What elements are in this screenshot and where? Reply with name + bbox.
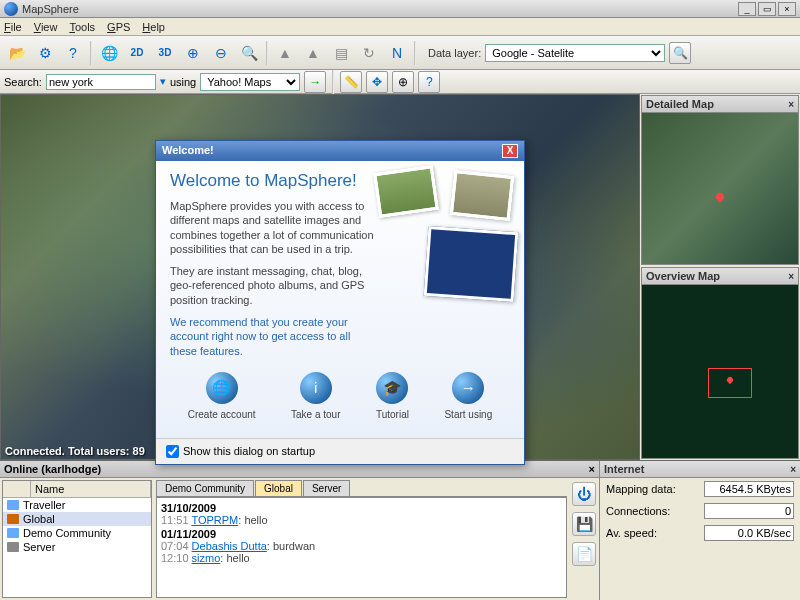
datalayer-go-button[interactable]: 🔍 — [669, 42, 691, 64]
user-row[interactable]: Traveller — [3, 498, 151, 512]
dialog-recommend: We recommend that you create your accoun… — [170, 315, 380, 358]
speed-label: Av. speed: — [606, 527, 657, 539]
menu-help[interactable]: Help — [142, 21, 165, 33]
2d-button[interactable]: 2D — [124, 40, 150, 66]
internet-title: Internet — [604, 463, 644, 475]
menu-view[interactable]: View — [34, 21, 58, 33]
speed-value — [704, 525, 794, 541]
arrow-icon: → — [452, 372, 484, 404]
power-button[interactable]: ⏻ — [572, 482, 596, 506]
conn-label: Connections: — [606, 505, 670, 517]
marker-icon[interactable]: ▲ — [272, 40, 298, 66]
mapping-label: Mapping data: — [606, 483, 676, 495]
search-engine-select[interactable]: Yahoo! Maps — [200, 73, 300, 91]
dialog-close-button[interactable]: X — [502, 144, 518, 158]
app-icon — [4, 2, 18, 16]
close-button[interactable]: × — [778, 2, 796, 16]
dialog-p1: MapSphere provides you with access to di… — [170, 199, 380, 256]
user-row[interactable]: Demo Community — [3, 526, 151, 540]
zoom-in-icon[interactable]: ⊕ — [180, 40, 206, 66]
refresh-icon[interactable]: ↻ — [356, 40, 382, 66]
user-icon — [7, 528, 19, 538]
search-input[interactable] — [46, 74, 156, 90]
menu-gps[interactable]: GPS — [107, 21, 130, 33]
search-dropdown-icon[interactable]: ▾ — [160, 75, 166, 88]
conn-value — [704, 503, 794, 519]
start-using-button[interactable]: →Start using — [444, 372, 492, 420]
info-icon: i — [300, 372, 332, 404]
tool-move-icon[interactable]: ✥ — [366, 71, 388, 93]
dialog-p2: They are instant messaging, chat, blog, … — [170, 264, 380, 307]
show-startup-label: Show this dialog on startup — [183, 445, 315, 457]
welcome-dialog: Welcome!X Welcome to MapSphere! MapSpher… — [155, 140, 525, 465]
user-row[interactable]: Server — [3, 540, 151, 554]
datalayer-select[interactable]: Google - Satelite — [485, 44, 665, 62]
tutorial-button[interactable]: 🎓Tutorial — [376, 372, 409, 420]
online-title: Online (karlhodge) — [4, 463, 101, 475]
menu-file[interactable]: File — [4, 21, 22, 33]
layers-icon[interactable]: ▤ — [328, 40, 354, 66]
gear-icon[interactable]: ⚙ — [32, 40, 58, 66]
user-icon — [7, 514, 19, 524]
tab-server[interactable]: Server — [303, 480, 350, 496]
internet-close-icon[interactable]: × — [790, 464, 796, 475]
detailed-close-icon[interactable]: × — [788, 99, 794, 110]
chat-doc-icon[interactable]: 📄 — [572, 542, 596, 566]
marker2-icon[interactable]: ▲ — [300, 40, 326, 66]
col-name[interactable]: Name — [31, 481, 151, 497]
zoom-fit-icon[interactable]: 🔍 — [236, 40, 262, 66]
take-tour-button[interactable]: iTake a tour — [291, 372, 340, 420]
dialog-collage — [376, 169, 516, 299]
overview-viewport-box — [708, 368, 752, 398]
overview-map-title: Overview Map — [646, 270, 720, 282]
user-row[interactable]: Global — [3, 512, 151, 526]
menu-tools[interactable]: Tools — [69, 21, 95, 33]
user-icon — [7, 542, 19, 552]
tool-ruler-icon[interactable]: 📏 — [340, 71, 362, 93]
tab-demo[interactable]: Demo Community — [156, 480, 254, 496]
overview-close-icon[interactable]: × — [788, 271, 794, 282]
chat-save-icon[interactable]: 💾 — [572, 512, 596, 536]
app-title: MapSphere — [22, 3, 738, 15]
globe-icon: 🌐 — [206, 372, 238, 404]
col-icon[interactable] — [3, 481, 31, 497]
tool-target-icon[interactable]: ⊕ — [392, 71, 414, 93]
show-startup-checkbox[interactable] — [166, 445, 179, 458]
datalayer-label: Data layer: — [428, 47, 481, 59]
maximize-button[interactable]: ▭ — [758, 2, 776, 16]
main-toolbar: 📂 ⚙ ? 🌐 2D 3D ⊕ ⊖ 🔍 ▲ ▲ ▤ ↻ N Data layer… — [0, 36, 800, 70]
dialog-title: Welcome! — [162, 144, 214, 158]
3d-button[interactable]: 3D — [152, 40, 178, 66]
search-go-button[interactable]: → — [304, 71, 326, 93]
help-icon[interactable]: ? — [60, 40, 86, 66]
cap-icon: 🎓 — [376, 372, 408, 404]
search-label: Search: — [4, 76, 42, 88]
online-close-icon[interactable]: × — [589, 463, 595, 475]
overview-map[interactable] — [642, 285, 798, 458]
detailed-map[interactable] — [642, 113, 798, 264]
compass-icon[interactable]: N — [384, 40, 410, 66]
user-icon — [7, 500, 19, 510]
globe-icon[interactable]: 🌐 — [96, 40, 122, 66]
mapping-value — [704, 481, 794, 497]
zoom-out-icon[interactable]: ⊖ — [208, 40, 234, 66]
chat-log: 31/10/2009 11:51 TOPRPM: hello 01/11/200… — [156, 497, 567, 598]
minimize-button[interactable]: _ — [738, 2, 756, 16]
tool-help-icon[interactable]: ? — [418, 71, 440, 93]
create-account-button[interactable]: 🌐Create account — [188, 372, 256, 420]
open-icon[interactable]: 📂 — [4, 40, 30, 66]
search-bar: Search: ▾ using Yahoo! Maps → 📏 ✥ ⊕ ? — [0, 70, 800, 94]
status-bar: Connected. Total users: 89 — [5, 445, 145, 457]
detailed-map-title: Detailed Map — [646, 98, 714, 110]
using-label: using — [170, 76, 196, 88]
menu-bar: File View Tools GPS Help — [0, 18, 800, 36]
tab-global[interactable]: Global — [255, 480, 302, 496]
user-list: Name Traveller Global Demo Community Ser… — [2, 480, 152, 598]
